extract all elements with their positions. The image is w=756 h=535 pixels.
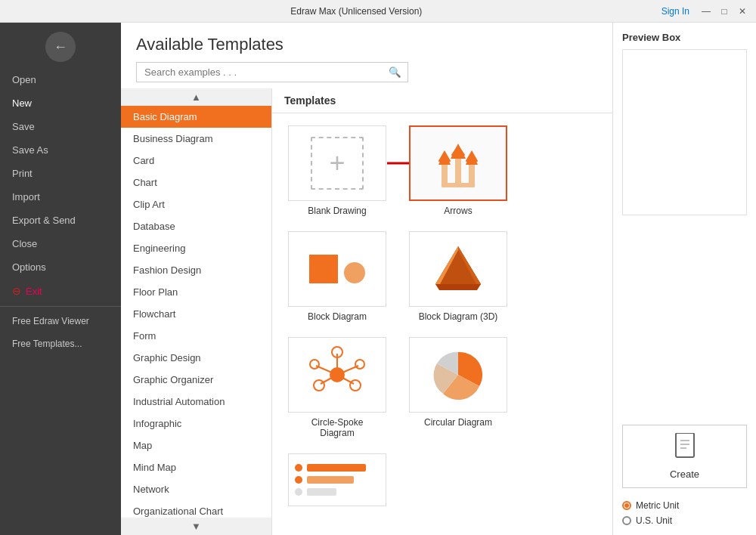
category-item-graphic[interactable]: Graphic Design <box>121 347 271 369</box>
category-item-organizer[interactable]: Graphic Organizer <box>121 369 271 391</box>
category-label-graphic: Graphic Design <box>133 352 201 363</box>
template-block3d[interactable]: Block Diagram (3D) <box>405 231 511 322</box>
svg-rect-7 <box>455 154 461 186</box>
template-bars[interactable] <box>284 453 390 514</box>
template-arrows-label: Arrows <box>444 206 472 216</box>
blank-thumb: + <box>288 125 386 201</box>
circular-thumb <box>409 337 507 413</box>
svg-rect-31 <box>676 433 694 457</box>
sidebar-item-export[interactable]: Export & Send <box>0 209 121 232</box>
category-label-chart: Chart <box>133 177 157 188</box>
sidebar-item-free-templates[interactable]: Free Templates... <box>0 332 121 355</box>
metric-radio[interactable] <box>622 501 631 510</box>
category-label-mindmap: Mind Map <box>133 462 176 473</box>
template-circle-spoke-label: Circle-SpokeDiagram <box>311 417 364 438</box>
sidebar-item-open[interactable]: Open <box>0 68 121 91</box>
category-label-database: Database <box>133 221 175 232</box>
sidebar-label-new: New <box>12 97 32 109</box>
metric-unit-option[interactable]: Metric Unit <box>622 500 747 511</box>
sidebar-item-options[interactable]: Options <box>0 255 121 279</box>
close-button[interactable]: ✕ <box>735 4 750 19</box>
template-block[interactable]: Block Diagram <box>284 231 390 322</box>
bars-thumb <box>288 453 386 506</box>
category-label-organizer: Graphic Organizer <box>133 374 213 385</box>
category-label-orgchart: Organizational Chart <box>133 506 223 517</box>
category-item-network[interactable]: Network <box>121 478 271 500</box>
svg-point-27 <box>314 380 324 391</box>
category-item-fashion[interactable]: Fashion Design <box>121 259 271 281</box>
category-label-network: Network <box>133 484 169 495</box>
sidebar-item-free-viewer[interactable]: Free Edraw Viewer <box>0 310 121 332</box>
category-item-card[interactable]: Card <box>121 150 271 172</box>
sidebar-label-open: Open <box>12 74 36 85</box>
block-thumb <box>288 231 386 307</box>
template-arrows[interactable]: Arrows <box>405 125 511 216</box>
sidebar-item-import[interactable]: Import <box>0 185 121 209</box>
category-item-map[interactable]: Map <box>121 434 271 456</box>
search-input[interactable] <box>137 63 383 82</box>
template-panel: Available Templates 🔍 ▲ Basic Diagram Bu… <box>121 23 612 535</box>
category-item-basic[interactable]: Basic Diagram <box>121 106 271 128</box>
svg-marker-15 <box>435 246 481 288</box>
metric-radio-dot <box>624 503 629 508</box>
category-item-clipart[interactable]: Clip Art <box>121 193 271 215</box>
circle-spoke-thumb <box>288 337 386 413</box>
arrows-thumb <box>409 125 507 201</box>
create-button[interactable]: Create <box>622 425 747 488</box>
preview-panel: Preview Box Create <box>612 23 756 535</box>
category-label-fashion: Fashion Design <box>133 264 201 276</box>
sidebar-label-import: Import <box>12 191 40 203</box>
sidebar-label-free-templates: Free Templates... <box>12 339 82 349</box>
page-title: Available Templates <box>136 35 597 54</box>
scroll-down-button[interactable]: ▼ <box>121 518 271 535</box>
sidebar-label-free-viewer: Free Edraw Viewer <box>12 316 89 326</box>
category-item-infographic[interactable]: Infographic <box>121 413 271 434</box>
category-label-form: Form <box>133 330 156 342</box>
signin-link[interactable]: Sign In <box>662 6 689 17</box>
search-button[interactable]: 🔍 <box>383 63 407 82</box>
sidebar-label-close: Close <box>12 238 37 249</box>
back-button[interactable]: ← <box>45 32 76 62</box>
sidebar-label-print: Print <box>12 168 33 179</box>
block3d-icon <box>428 239 488 299</box>
category-label-map: Map <box>133 440 152 451</box>
svg-point-28 <box>355 360 364 369</box>
category-item-form[interactable]: Form <box>121 325 271 347</box>
category-item-database[interactable]: Database <box>121 215 271 237</box>
preview-title: Preview Box <box>622 32 747 43</box>
sidebar-item-close[interactable]: Close <box>0 232 121 255</box>
category-label-infographic: Infographic <box>133 418 181 429</box>
unit-options: Metric Unit U.S. Unit <box>622 500 747 526</box>
category-item-industrial[interactable]: Industrial Automation <box>121 391 271 413</box>
scroll-up-button[interactable]: ▲ <box>121 88 271 106</box>
sidebar-item-print[interactable]: Print <box>0 162 121 185</box>
category-item-business[interactable]: Business Diagram <box>121 128 271 150</box>
category-item-floorplan[interactable]: Floor Plan <box>121 281 271 303</box>
minimize-button[interactable]: — <box>699 4 714 19</box>
templates-grid: + <box>272 113 612 535</box>
category-item-chart[interactable]: Chart <box>121 172 271 193</box>
sidebar-item-new[interactable]: New <box>0 91 121 115</box>
sidebar-item-save[interactable]: Save <box>0 115 121 138</box>
restore-button[interactable]: □ <box>717 4 732 19</box>
template-circle-spoke[interactable]: Circle-SpokeDiagram <box>284 337 390 438</box>
sidebar-item-save-as[interactable]: Save As <box>0 138 121 162</box>
category-item-engineering[interactable]: Engineering <box>121 237 271 259</box>
category-label-engineering: Engineering <box>133 243 185 254</box>
template-blank-label: Blank Drawing <box>308 206 366 216</box>
us-unit-option[interactable]: U.S. Unit <box>622 515 747 526</box>
titlebar: Edraw Max (Unlicensed Version) Sign In —… <box>0 0 756 23</box>
template-blank[interactable]: + <box>284 125 390 216</box>
window-controls: — □ ✕ <box>699 4 750 19</box>
category-label-card: Card <box>133 155 154 166</box>
category-label-industrial: Industrial Automation <box>133 396 225 407</box>
svg-marker-18 <box>435 284 481 290</box>
category-item-flowchart[interactable]: Flowchart <box>121 303 271 325</box>
sidebar-label-exit: Exit <box>26 286 42 297</box>
block3d-thumb <box>409 231 507 307</box>
category-item-mindmap[interactable]: Mind Map <box>121 456 271 478</box>
us-radio[interactable] <box>622 516 631 525</box>
content-area: Available Templates 🔍 ▲ Basic Diagram Bu… <box>121 23 756 535</box>
sidebar-item-exit[interactable]: ⊖ Exit <box>0 279 121 303</box>
template-circular[interactable]: Circular Diagram <box>405 337 511 438</box>
